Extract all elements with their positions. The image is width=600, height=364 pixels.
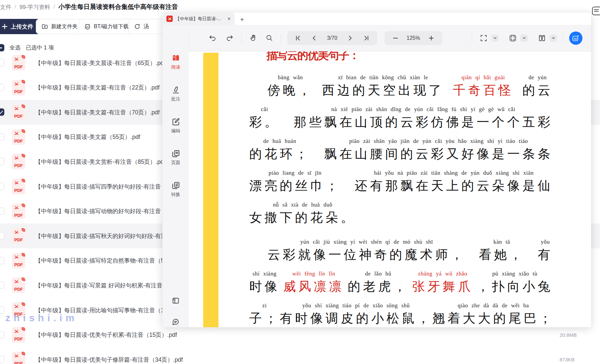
svg-text:BT: BT: [86, 26, 89, 28]
ruby-text-line: de huā huán的花环；piāo zài shān yāo jiān de…: [249, 138, 553, 170]
file-name[interactable]: 【中年级】每日晨读-描写特定自然事物-有注音（51页: [35, 257, 173, 265]
file-name[interactable]: 【中年级】每日晨读-描写四季的好句好段-有注音（25: [35, 183, 173, 191]
document-page[interactable]: 描写云的优美句子： bàng wǎn傍晚，xī bian de tiān kōn…: [189, 51, 591, 327]
search-icon[interactable]: [264, 32, 275, 44]
file-checkbox[interactable]: [0, 281, 4, 289]
zoom-in-button[interactable]: [426, 32, 437, 44]
folder-plus-icon: [41, 23, 48, 30]
comment-icon[interactable]: [172, 318, 180, 327]
toolbar-divider: [472, 34, 472, 42]
ruby-text-line: zi子；yǒu shí xiàng tiáo pí de xiǎo sōng s…: [249, 302, 553, 327]
file-name[interactable]: 【中年级】每日晨读-优美句子积累-有注音（15页）.pdf: [35, 331, 177, 339]
file-name[interactable]: 【中年级】每日晨读-美文赏析-有注音（85页）.pdf: [35, 158, 165, 166]
file-checkbox[interactable]: [0, 232, 4, 239]
toolbar-divider: [563, 34, 563, 42]
file-name[interactable]: 【中年级】每日晨读-美文晨读-有注音（65页）.pdf: [35, 59, 165, 67]
hand-tool-button[interactable]: [248, 32, 259, 44]
text-segment: xī bian de tiān kōng chū xiàn le西边的天空出现了: [322, 74, 444, 106]
bt-magnet-download-button[interactable]: BT BT/磁力链下载: [79, 19, 134, 34]
text-segment: pū xiàng xiǎo tù，扑向小兔: [477, 271, 553, 302]
sidebar-item-label: 批注: [171, 96, 180, 102]
fullscreen-icon[interactable]: [478, 32, 489, 44]
fit-page-dropdown-chevron-icon[interactable]: [520, 34, 528, 42]
file-size: 20.8MB: [560, 332, 577, 338]
breadcrumb-item-files[interactable]: 文件: [0, 3, 11, 11]
page-yellow-margin: [203, 53, 218, 327]
pdf-file-icon: PDF: [12, 352, 25, 364]
pdf-file-icon: PDF: [12, 327, 25, 343]
convert-icon: [171, 181, 180, 190]
breadcrumb-current-folder: 小学生每日晨读资料合集低中高年级有注音: [58, 3, 178, 11]
document-tab[interactable]: 【中年级】每日晨读-美文篇-... ×: [162, 13, 235, 25]
fit-page-icon[interactable]: [507, 32, 518, 44]
pages-icon: [171, 149, 180, 158]
breadcrumb-item-folder[interactable]: 99-学习资料: [20, 3, 50, 11]
pdf-tab-icon: [166, 16, 173, 22]
book-icon: [171, 54, 180, 63]
pdf-viewer-window: 【中年级】每日晨读-美文篇-... × + 3/70: [162, 13, 591, 327]
file-checkbox[interactable]: [0, 257, 4, 264]
file-name[interactable]: 【中年级】每日晨读-美文篇-有注音（22页）.pdf: [35, 84, 159, 91]
file-checkbox[interactable]: [0, 356, 4, 363]
panel-toggle-icon[interactable]: [172, 297, 180, 306]
ai-assistant-button[interactable]: AI: [569, 31, 582, 45]
file-checkbox[interactable]: [0, 208, 4, 215]
zoom-level[interactable]: 125%: [406, 35, 421, 41]
previous-page-button[interactable]: [309, 32, 320, 44]
redo-button[interactable]: [224, 32, 235, 44]
plus-icon: [2, 24, 8, 30]
edit-icon: [171, 117, 180, 126]
new-tab-button[interactable]: +: [240, 16, 244, 25]
file-checkbox[interactable]: [0, 59, 4, 66]
zoom-control-group: 125%: [385, 31, 442, 45]
text-segment: bàng wǎn傍晚，: [268, 74, 313, 106]
view-toggle-icon[interactable]: [592, 7, 600, 15]
file-checkbox[interactable]: [0, 84, 4, 91]
upload-file-button[interactable]: 上传文件: [0, 19, 41, 34]
last-page-button[interactable]: [361, 32, 372, 44]
file-checkbox[interactable]: [0, 158, 4, 165]
file-row[interactable]: PDF 【中年级】每日晨读-优美句子修辞篇-有注音（34页）.pdf 873KB: [0, 347, 600, 364]
file-name[interactable]: 【中年级】每日晨读-描写秋天的好词好句好段-有注音: [35, 232, 172, 240]
zoom-out-button[interactable]: [390, 32, 401, 44]
two-page-view-icon[interactable]: [536, 32, 548, 44]
file-checkbox[interactable]: [0, 108, 4, 116]
sidebar-item-annotate[interactable]: 批注: [162, 86, 189, 102]
pdf-icon-label: PDF: [12, 114, 25, 119]
toolbar-divider: [241, 34, 242, 42]
file-name[interactable]: 【中年级】每日晨读-美文篇（55页）.pdf: [35, 133, 140, 141]
first-page-button[interactable]: [292, 32, 304, 44]
file-name[interactable]: 【中年级】每日晨读-写景篇 好词好句积累-有注音（36: [35, 281, 175, 289]
highlighter-icon: [171, 86, 180, 94]
file-checkbox[interactable]: [0, 183, 4, 190]
undo-button[interactable]: [207, 32, 218, 44]
text-segment: piào liang de sī jīn漂亮的丝巾；: [249, 170, 341, 202]
sidebar-item-pages[interactable]: 页面: [162, 149, 189, 166]
refresh-circle-icon: [134, 23, 141, 30]
page-indicator[interactable]: 3/70: [325, 35, 339, 41]
new-folder-button[interactable]: 新建文件夹: [36, 19, 83, 34]
sidebar-item-read[interactable]: 阅读: [162, 54, 189, 70]
text-segment: shí xiàng时像: [249, 271, 280, 302]
file-checkbox[interactable]: [0, 133, 4, 141]
document-heading: 描写云的优美句子：: [267, 51, 553, 63]
next-page-button[interactable]: [344, 32, 356, 44]
file-checkbox[interactable]: [0, 306, 4, 314]
pdf-icon-label: PDF: [12, 262, 25, 267]
file-name[interactable]: 【中年级】每日晨读-优美句子修辞篇-有注音（34页）.pdf: [35, 356, 183, 364]
pdf-icon-label: PDF: [12, 89, 25, 94]
highlighted-idiom-segment: zhāng yá wǔ zhǎo张牙舞爪: [412, 271, 473, 302]
text-segment: kàn tā看她，: [479, 239, 525, 271]
file-name[interactable]: 【中年级】每日晨读-描写动物的好句好段-有注音（23: [35, 207, 173, 215]
pdf-icon-label: PDF: [12, 64, 25, 69]
file-name[interactable]: 【中年级】每日晨读-美文篇-有注音（70页）.pdf: [35, 108, 159, 116]
two-page-dropdown-chevron-icon[interactable]: [550, 34, 557, 42]
sidebar-item-edit[interactable]: 编辑: [162, 117, 189, 134]
sidebar-item-convert[interactable]: 转换: [162, 181, 189, 198]
file-size: 873KB: [560, 357, 574, 362]
fullscreen-dropdown-chevron-icon[interactable]: [491, 34, 499, 42]
text-segment: nà xiē piāo zài shān dǐng de yún cǎi fǎn…: [294, 106, 553, 138]
tab-close-icon[interactable]: ×: [227, 16, 231, 22]
text-segment: yún cǎi jiù xiàng yí wèi shén qí de mó s…: [268, 239, 466, 271]
file-checkbox[interactable]: [0, 331, 4, 338]
